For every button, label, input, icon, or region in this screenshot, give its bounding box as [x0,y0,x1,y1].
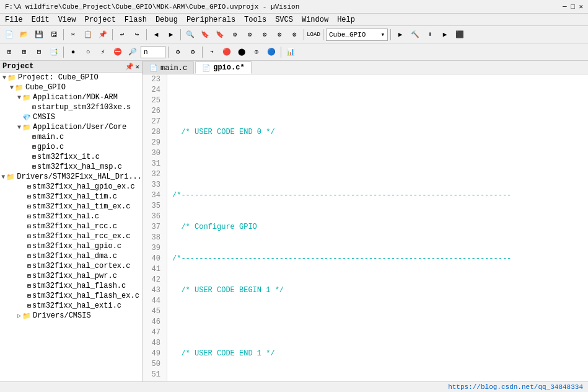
close-button[interactable]: ✕ [579,3,583,11]
hal-flash-plus-icon: ⊞ [27,282,31,290]
drivers-stm32-icon: 📁 [6,173,15,181]
btn10[interactable]: 🔨 [408,28,422,42]
sidebar-item-drivers-cmsis[interactable]: ▷ 📁 Drivers/CMSIS [0,311,142,321]
code-content[interactable]: /* USER CODE END 0 */ /*----------------… [167,74,588,392]
save-btn[interactable]: 💾 [32,28,46,42]
cut-btn[interactable]: ✂ [66,28,80,42]
expand-project-root[interactable]: ▼ [2,74,6,81]
sidebar-item-hal-flash[interactable]: ⊞ stm32f1xx_hal_flash.c [0,281,142,291]
tab-main-c[interactable]: 📄 main.c [143,61,194,74]
sidebar-item-project-root[interactable]: ▼ 📁 Project: Cube_GPIO [0,73,142,82]
sep8 [63,47,64,58]
menu-help[interactable]: Help [333,16,359,24]
btn9[interactable]: ▶ [393,28,407,42]
sidebar-item-cube-gpio[interactable]: ▼ 📁 Cube_GPIO [0,82,142,92]
btn11[interactable]: ⬇ [423,28,437,42]
copy-btn[interactable]: 📋 [81,28,95,42]
sidebar-item-hal-cortex[interactable]: ⊞ stm32f1xx_hal_cortex.c [0,261,142,271]
sidebar-item-stm32-it[interactable]: ▷ ⊞ stm32f1xx_it.c [0,152,142,162]
sidebar-item-hal-gpio-ex[interactable]: ⊞ stm32f1xx_hal_gpio_ex.c [0,182,142,192]
btn12[interactable]: ▶ [438,28,452,42]
btn7[interactable]: ⚙ [273,28,286,42]
btn3[interactable]: 🔖 [213,28,227,42]
sidebar-item-hal-exti[interactable]: ⊞ stm32f1xx_hal_exti.c [0,301,142,311]
t2-btn14[interactable]: ⬤ [235,45,248,59]
sidebar-item-app-mdk[interactable]: ▼ 📁 Application/MDK-ARM [0,92,142,102]
nav-back-btn[interactable]: ◀ [149,28,163,42]
sidebar-close-icon[interactable]: ✕ [135,63,139,71]
sidebar-item-app-user[interactable]: ▼ 📁 Application/User/Core [0,122,142,132]
t2-btn1[interactable]: ⊞ [2,45,16,59]
menu-svcs[interactable]: SVCS [271,16,297,24]
expand-drivers-stm32[interactable]: ▼ [1,174,5,180]
t2-btn6[interactable]: ○ [81,45,95,59]
sidebar-item-hal-rcc-ex[interactable]: ⊞ stm32f1xx_hal_rcc_ex.c [0,231,142,241]
save-all-btn[interactable]: 🖫 [47,28,61,42]
project-dropdown[interactable]: Cube_GPIO ▾ [326,29,388,41]
expand-drivers-cmsis[interactable]: ▷ [17,312,21,319]
load-btn[interactable]: LOAD [307,28,320,42]
menu-project[interactable]: Project [81,16,119,24]
open-btn[interactable]: 📂 [17,28,31,42]
minimize-button[interactable]: ─ [563,3,567,11]
sidebar-item-hal-pwr[interactable]: ⊞ stm32f1xx_hal_pwr.c [0,271,142,281]
t2-btn8[interactable]: ⛔ [111,45,125,59]
menu-debug[interactable]: Debug [152,16,182,24]
t2-btn7[interactable]: ⚡ [96,45,110,59]
btn13[interactable]: ⬛ [453,28,467,42]
new-file-btn[interactable]: 📄 [2,28,16,42]
sidebar-item-drivers-stm32[interactable]: ▼ 📁 Drivers/STM32F1xx_HAL_Dri... [0,172,142,182]
sidebar-item-hal-flash-ex[interactable]: ⊞ stm32f1xx_hal_flash_ex.c [0,291,142,301]
t2-btn4[interactable]: 📑 [47,45,61,59]
menu-peripherals[interactable]: Peripherals [183,16,239,24]
btn8[interactable]: ⚙ [287,28,301,42]
code-area[interactable]: 23 24 25 26 27 28 29 30 31 32 33 34 35 3… [143,74,588,392]
sidebar-item-startup[interactable]: ▷ ⊞ startup_stm32f103xe.s [0,102,142,112]
maximize-button[interactable]: □ [571,3,575,11]
menu-flash[interactable]: Flash [121,16,151,24]
paste-btn[interactable]: 📌 [96,28,110,42]
t2-btn11[interactable]: ⚙ [186,45,200,59]
t2-btn5[interactable]: ● [66,45,80,59]
t2-btn10[interactable]: ⚙ [171,45,185,59]
btn5[interactable]: ⚙ [243,28,257,42]
sidebar-item-cmsis[interactable]: ▷ 💎 CMSIS [0,112,142,122]
t2-btn17[interactable]: 📊 [284,45,297,59]
btn2[interactable]: 🔖 [198,28,212,42]
tab-gpio-c[interactable]: 📄 gpio.c* [195,61,251,74]
menubar: File Edit View Project Flash Debug Perip… [0,14,588,26]
btn4[interactable]: ⚙ [228,28,242,42]
btn6[interactable]: ⚙ [258,28,271,42]
sidebar-item-main-c[interactable]: ▷ ⊞ main.c [0,132,142,142]
t2-btn12[interactable]: ➔ [205,45,219,59]
t2-btn15[interactable]: ⊙ [250,45,263,59]
sidebar-item-hal-gpio[interactable]: ⊞ stm32f1xx_hal_gpio.c [0,241,142,251]
btn1[interactable]: 🔍 [183,28,197,42]
expand-app-user[interactable]: ▼ [17,124,21,131]
menu-window[interactable]: Window [298,16,332,24]
menu-tools[interactable]: Tools [240,16,270,24]
undo-btn[interactable]: ↩ [115,28,129,42]
sidebar-item-hal-tim-ex[interactable]: ⊞ stm32f1xx_hal_tim_ex.c [0,202,142,212]
nav-fwd-btn[interactable]: ▶ [164,28,178,42]
sidebar-item-hal-c[interactable]: ⊞ stm32f1xx_hal.c [0,212,142,221]
t2-btn9[interactable]: 🔎 [126,45,139,59]
t2-btn13[interactable]: 🔴 [220,45,234,59]
hal-flash-label: stm32f1xx_hal_flash.c [32,282,126,290]
t2-btn2[interactable]: ⊞ [17,45,31,59]
sidebar-item-gpio-c[interactable]: ▷ ⊞ gpio.c [0,142,142,152]
t2-btn3[interactable]: ⊟ [32,45,46,59]
menu-view[interactable]: View [55,16,80,24]
sidebar-item-stm32-msp[interactable]: ▷ ⊞ stm32f1xx_hal_msp.c [0,162,142,172]
tree-container: ▼ 📁 Project: Cube_GPIO ▼ 📁 Cube_GPIO ▼ 📁… [0,73,142,321]
sidebar-item-hal-rcc[interactable]: ⊞ stm32f1xx_hal_rcc.c [0,221,142,231]
sidebar-pin-icon[interactable]: 📌 [125,63,134,71]
expand-cube-gpio[interactable]: ▼ [10,84,14,91]
sidebar-item-hal-tim[interactable]: ⊞ stm32f1xx_hal_tim.c [0,192,142,202]
expand-app-mdk[interactable]: ▼ [17,94,21,101]
menu-edit[interactable]: Edit [28,16,53,24]
sidebar-item-hal-dma[interactable]: ⊞ stm32f1xx_hal_dma.c [0,251,142,261]
menu-file[interactable]: File [1,16,27,24]
t2-btn16[interactable]: 🔵 [265,45,278,59]
redo-btn[interactable]: ↪ [130,28,144,42]
